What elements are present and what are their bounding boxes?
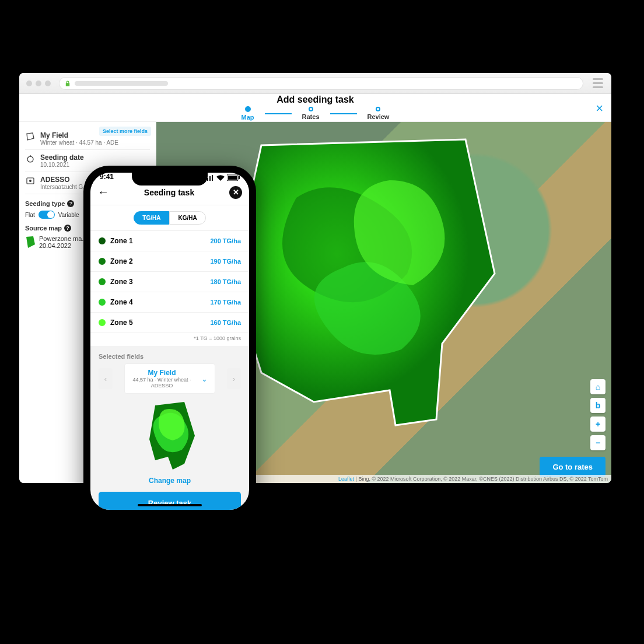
field-icon [25, 131, 36, 142]
svg-point-2 [29, 180, 32, 182]
field-card[interactable]: My Field 44,57 ha · Winter wheat · ADESS… [124, 363, 215, 394]
step-rates[interactable]: Rates [302, 107, 320, 120]
url-placeholder [75, 81, 168, 86]
zone-color-icon [99, 258, 106, 265]
zone-value: 180 TG/ha [210, 278, 241, 285]
svg-rect-5 [239, 176, 240, 179]
home-indicator [138, 504, 202, 506]
phone-header: ← Seeding task ✕ [90, 182, 249, 205]
chevron-down-icon[interactable]: ⌄ [199, 374, 210, 383]
phone-device: 9:41 ← Seeding task ✕ TG/HA KG/HA Zone 1… [83, 166, 256, 517]
zoom-in-button[interactable]: + [590, 416, 606, 432]
dot-green [45, 80, 51, 86]
back-icon[interactable]: ← [97, 186, 109, 199]
select-more-fields-link[interactable]: Select more fields [99, 127, 151, 136]
zone-name: Zone 1 [110, 237, 133, 245]
svg-rect-4 [228, 176, 237, 180]
dot-red [26, 80, 32, 86]
zone-value: 170 TG/ha [210, 299, 241, 306]
mini-map [90, 394, 249, 472]
zone-name: Zone 5 [110, 318, 133, 327]
stepper: Map Rates Review [242, 106, 390, 121]
zone-row[interactable]: Zone 2190 TG/ha [90, 251, 249, 272]
calendar-icon [25, 153, 36, 164]
zoom-out-button[interactable]: − [590, 435, 606, 450]
zone-footnote: *1 TG = 1000 grains [90, 333, 249, 346]
page-header: Add seeding task Map Rates Review × [19, 94, 611, 122]
phone-time: 9:41 [100, 173, 114, 181]
locate-button[interactable]: ⌂ [590, 379, 606, 394]
address-bar[interactable] [59, 77, 583, 90]
toggle-switch[interactable] [38, 211, 55, 219]
zone-row[interactable]: Zone 1200 TG/ha [90, 231, 249, 251]
zone-row[interactable]: Zone 3180 TG/ha [90, 272, 249, 292]
selected-fields-label: Selected fields [90, 346, 249, 363]
zone-row[interactable]: Zone 4170 TG/ha [90, 292, 249, 313]
zone-color-icon [99, 237, 106, 244]
help-icon[interactable]: ? [67, 200, 74, 207]
close-icon[interactable]: × [596, 101, 603, 116]
phone-notch [132, 173, 208, 186]
zone-name: Zone 3 [110, 278, 133, 286]
zone-value: 160 TG/ha [210, 319, 241, 326]
prev-field-button[interactable]: ‹ [99, 368, 113, 389]
map-thumb-icon [25, 236, 36, 249]
go-to-rates-button[interactable]: Go to rates [540, 457, 606, 477]
change-map-link[interactable]: Change map [90, 472, 249, 492]
next-field-button[interactable]: › [227, 368, 241, 389]
unit-toggle: TG/HA KG/HA [90, 205, 249, 231]
unit-kg[interactable]: KG/HA [169, 211, 205, 225]
unit-tg[interactable]: TG/HA [134, 211, 169, 225]
review-task-button[interactable]: Review task [99, 492, 241, 510]
zone-name: Zone 2 [110, 257, 133, 265]
zone-color-icon [99, 319, 106, 326]
zone-row[interactable]: Zone 5160 TG/ha [90, 313, 249, 333]
hamburger-icon[interactable] [592, 78, 604, 88]
phone-title: Seeding task [144, 188, 194, 197]
page-title: Add seeding task [276, 94, 354, 105]
map-controls: ⌂ b + − [590, 379, 606, 450]
basemap-button[interactable]: b [590, 398, 606, 413]
sidebar-field[interactable]: My Field Winter wheat · 44.57 ha · ADE S… [25, 128, 150, 150]
lock-icon [65, 80, 70, 86]
wifi-icon [216, 175, 225, 181]
browser-chrome [19, 73, 611, 94]
zone-value: 200 TG/ha [210, 237, 241, 244]
zone-name: Zone 4 [110, 298, 133, 306]
step-map[interactable]: Map [242, 106, 254, 121]
dot-yellow [36, 80, 41, 86]
zone-color-icon [99, 278, 106, 285]
svg-point-0 [27, 156, 33, 162]
zone-color-icon [99, 299, 106, 306]
step-review[interactable]: Review [368, 107, 390, 120]
help-icon[interactable]: ? [64, 225, 71, 232]
battery-icon [227, 174, 240, 181]
zone-value: 190 TG/ha [210, 258, 241, 265]
seed-icon [25, 176, 36, 186]
close-icon[interactable]: ✕ [229, 186, 242, 199]
window-dots [26, 80, 51, 86]
